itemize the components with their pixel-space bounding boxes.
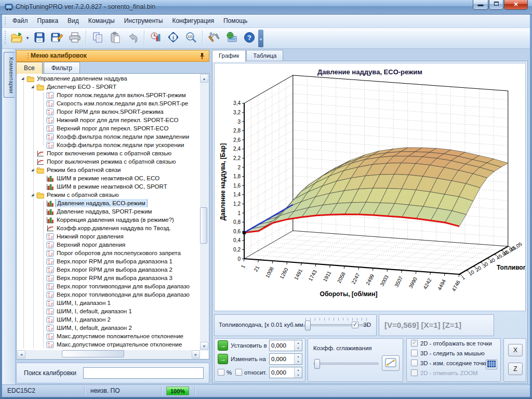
spinner-arrows[interactable]: ▲▼ <box>294 354 302 364</box>
tree-item[interactable]: 1.2Верх.порог топливоподачи для выбора д… <box>17 282 200 290</box>
apply-set-button[interactable]: → <box>218 340 228 351</box>
hscroll-thumb[interactable] <box>62 350 124 357</box>
tree-item[interactable]: Коэфф.корр.давления наддува по Твозд. <box>17 224 200 232</box>
tree-item[interactable]: 1.2Нижний порог давления <box>17 232 200 241</box>
fuel-slider[interactable] <box>304 324 368 326</box>
minimize-button[interactable]: ▬ <box>473 0 488 10</box>
tree-item[interactable]: 1.2Верхний порог для перекл. SPORT-ECO <box>17 124 200 132</box>
spinner-arrows[interactable]: ▲▼ <box>294 340 302 351</box>
undo-button[interactable] <box>125 30 141 46</box>
option-checkbox-1[interactable] <box>411 350 418 356</box>
tree-vscrollbar[interactable]: ▲ ▼ <box>200 74 208 350</box>
chart-area[interactable]: Давление наддува, ECO-режим 00,20,40,60,… <box>214 63 526 311</box>
smoothing-apply-button[interactable] <box>382 355 400 371</box>
tree-item[interactable]: 1.2Порог оборотов для послепускового зап… <box>17 249 200 257</box>
tab-graph[interactable]: График <box>212 50 246 62</box>
percent-checkbox[interactable] <box>218 369 224 376</box>
vscroll-thumb[interactable] <box>200 207 207 244</box>
x-axis-button[interactable]: X <box>508 344 523 356</box>
maximize-button[interactable] <box>489 0 503 10</box>
spin-up-icon[interactable]: ▲ <box>295 354 302 359</box>
search-input[interactable] <box>83 367 204 379</box>
paste-button[interactable] <box>107 30 124 46</box>
menu-item-Помощь[interactable]: Помощь <box>219 15 252 27</box>
percent-input[interactable] <box>270 367 292 378</box>
tree-item[interactable]: 1.2Верх.порог RPM для выбора диапазона 2 <box>17 265 200 274</box>
zoom-button[interactable]: 110 <box>183 30 200 46</box>
spin-down-icon[interactable]: ▼ <box>295 345 302 351</box>
set-value-input[interactable] <box>270 340 292 351</box>
tree-item[interactable]: 1.2ШИМ, I, default, диапазон 2 <box>17 324 200 332</box>
tree-expander-icon[interactable]: ◢ <box>31 83 36 91</box>
tree-item[interactable]: 1.2Нижний порог для для перекл. SPORT-EC… <box>17 116 200 124</box>
open-button[interactable] <box>8 30 25 46</box>
tree-item[interactable]: 1.2ШИМ, I, диапазон 1 <box>17 299 200 307</box>
menu-item-Файл[interactable]: Файл <box>8 15 33 27</box>
menu-item-Вид[interactable]: Вид <box>63 15 84 27</box>
spin-down-icon[interactable]: ▼ <box>295 359 302 364</box>
tree-item[interactable]: Коррекция давления наддува (в режиме?) <box>17 216 200 224</box>
menu-item-Команды[interactable]: Команды <box>84 15 119 27</box>
tree-item[interactable]: 1.2ШИМ, I, диапазон 2 <box>17 315 200 324</box>
scroll-right-button[interactable]: ► <box>192 350 200 358</box>
spin-up-icon[interactable]: ▲ <box>295 367 302 373</box>
toolbar-overflow-button[interactable]: ▾ <box>258 30 263 47</box>
close-button[interactable]: ✕ <box>504 0 528 10</box>
save-button[interactable] <box>31 30 48 46</box>
fuel-slider-thumb[interactable] <box>305 321 311 330</box>
properties-button[interactable]: i <box>165 30 182 46</box>
menu-item-Правка[interactable]: Правка <box>33 15 63 27</box>
relative-checkbox[interactable] <box>235 369 242 376</box>
tree-item[interactable]: 1.2Порог полож.педали для включ.SPORT-ре… <box>17 91 200 99</box>
copy-button[interactable] <box>89 30 106 46</box>
tree-item[interactable]: ◢Управление давлением наддува <box>17 74 200 83</box>
tree-item[interactable]: Порог выключения режима с обратной связь… <box>17 157 200 166</box>
z-axis-button[interactable]: Z <box>508 363 523 375</box>
menu-item-Инструменты[interactable]: Инструменты <box>119 15 168 27</box>
tree-item[interactable]: 1.2Коэфф.фильтра полож.педали при замедл… <box>17 132 200 141</box>
spinner-arrows[interactable]: ▲▼ <box>294 367 302 378</box>
tree-item[interactable]: ◢Режим без обратной связи <box>17 166 200 174</box>
spin-up-icon[interactable]: ▲ <box>295 340 302 345</box>
tree-hscrollbar[interactable]: ◄ ► <box>17 350 200 358</box>
tree-item[interactable]: 1.2Макс.допустимое положительное отклоне… <box>17 332 200 340</box>
tree-item[interactable]: ШИМ в режиме неактивной ОС, ECO <box>17 174 200 182</box>
tree-item[interactable]: ШИМ в режиме неактивной ОС, SPORT <box>17 182 200 191</box>
open-dropdown-caret[interactable]: ▼ <box>25 36 30 41</box>
smoothing-slider[interactable] <box>313 363 379 365</box>
tree-expander-icon[interactable]: ◢ <box>21 74 26 83</box>
tree-item[interactable]: Давление наддува, ECO-режим <box>17 199 200 207</box>
help-button[interactable]: ? <box>241 30 258 46</box>
tab-filter[interactable]: Фильтр <box>44 62 80 73</box>
tree-item[interactable]: 1.2Верхний порог давления <box>17 241 200 249</box>
tree-item[interactable]: Порог включения режима с обратной связью <box>17 149 200 157</box>
menu-item-Конфигурация[interactable]: Конфигурация <box>167 15 219 27</box>
tree-item[interactable]: 1.2Верх.порог RPM для выбора диапазона 1 <box>17 257 200 265</box>
tree-item[interactable]: 1.2ШИМ, I, default, диапазон 1 <box>17 307 200 315</box>
tree-item[interactable]: 1.2Порог RPM для включ.SPORT-режима <box>17 108 200 116</box>
tree-expander-icon[interactable]: ◢ <box>31 166 36 174</box>
statistics-button[interactable] <box>148 30 164 46</box>
change-value-input[interactable] <box>270 354 292 364</box>
option-checkbox-2[interactable] <box>411 360 418 366</box>
print-button[interactable] <box>66 30 83 46</box>
tab-table[interactable]: Таблица <box>246 50 283 61</box>
3d-checkbox[interactable] <box>352 322 358 328</box>
tab-all[interactable]: Все <box>16 62 43 74</box>
tree-item[interactable]: ◢Диспетчер ECO - SPORT <box>17 83 200 91</box>
comments-tab[interactable]: Комментарии <box>4 52 15 98</box>
scroll-up-button[interactable]: ▲ <box>200 74 208 83</box>
tree-item[interactable]: 1.2Коэфф.фильтра полож.педали при ускоре… <box>17 141 200 149</box>
online-update-button[interactable] <box>223 30 240 46</box>
option-checkbox-3[interactable] <box>411 369 418 376</box>
apply-change-button[interactable]: → <box>218 354 228 364</box>
grid-edit-button[interactable] <box>486 360 497 369</box>
tree-item[interactable]: 1.2Скорость изм.полож.педали для вкл.SPO… <box>17 99 200 108</box>
tree-item[interactable]: ◢Режим с обратной связью <box>17 191 200 199</box>
tree-expander-icon[interactable]: ◢ <box>31 191 36 199</box>
tree-item[interactable]: Давление наддува, SPORT-режим <box>17 207 200 216</box>
scroll-down-button[interactable]: ▼ <box>200 342 208 350</box>
spin-down-icon[interactable]: ▼ <box>295 373 302 378</box>
tree-item[interactable]: 1.2Верх.порог топливоподачи для выбора д… <box>17 290 200 299</box>
scroll-left-button[interactable]: ◄ <box>17 350 25 358</box>
